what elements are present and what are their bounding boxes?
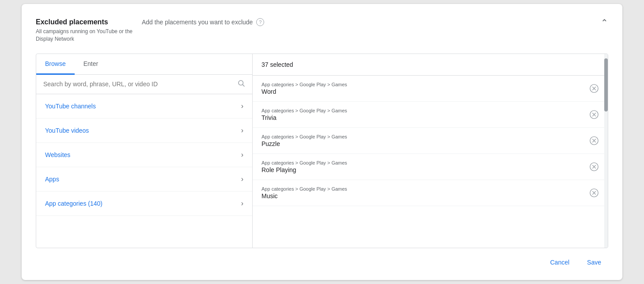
header-left: Excluded placements All campaigns runnin… [36, 18, 133, 43]
chevron-right-icon: › [241, 200, 243, 207]
selected-item: App categories > Google Play > Games Mus… [253, 180, 608, 206]
excluded-placements-card: Excluded placements All campaigns runnin… [22, 4, 622, 280]
item-info: App categories > Google Play > Games Wor… [261, 82, 347, 95]
save-button[interactable]: Save [580, 255, 608, 269]
header-center: Add the placements you want to exclude ? [133, 18, 601, 26]
svg-point-0 [239, 81, 243, 85]
left-panel: Browse Enter YouTube channels › [36, 54, 253, 248]
tabs: Browse Enter [36, 54, 252, 75]
menu-item-apps[interactable]: Apps › [36, 167, 252, 192]
remove-button[interactable] [589, 110, 599, 119]
remove-button[interactable] [589, 188, 599, 198]
search-box [36, 75, 252, 94]
chevron-right-icon: › [241, 102, 243, 110]
scrollbar-track[interactable] [604, 54, 608, 248]
selected-item: App categories > Google Play > Games Tri… [253, 102, 608, 128]
item-info: App categories > Google Play > Games Mus… [261, 186, 347, 200]
search-input[interactable] [43, 81, 234, 88]
menu-item-websites[interactable]: Websites › [36, 143, 252, 167]
remove-button[interactable] [589, 136, 599, 146]
search-icon [237, 79, 245, 89]
card-header: Excluded placements All campaigns runnin… [36, 18, 608, 43]
menu-item-youtube-videos[interactable]: YouTube videos › [36, 119, 252, 143]
selected-list: App categories > Google Play > Games Wor… [253, 76, 608, 248]
collapse-icon[interactable]: ⌃ [601, 18, 608, 27]
cancel-button[interactable]: Cancel [543, 255, 576, 269]
footer: Cancel Save [36, 248, 608, 269]
item-info: App categories > Google Play > Games Tri… [261, 108, 347, 121]
add-placements-label: Add the placements you want to exclude [142, 19, 253, 26]
scrollbar-thumb[interactable] [604, 58, 608, 111]
menu-item-youtube-channels[interactable]: YouTube channels › [36, 94, 252, 119]
chevron-right-icon: › [241, 151, 243, 159]
help-icon[interactable]: ? [256, 18, 264, 26]
chevron-right-icon: › [241, 175, 243, 183]
svg-line-1 [242, 84, 244, 86]
menu-list: YouTube channels › YouTube videos › Webs… [36, 94, 252, 248]
selected-item: App categories > Google Play > Games Puz… [253, 128, 608, 154]
card-title: Excluded placements [36, 18, 133, 26]
menu-item-app-categories[interactable]: App categories (140) › [36, 192, 252, 216]
card-subtitle: All campaigns running on YouTube or the … [36, 28, 133, 43]
selected-item: App categories > Google Play > Games Wor… [253, 76, 608, 102]
item-info: App categories > Google Play > Games Rol… [261, 160, 347, 173]
right-panel: 37 selected App categories > Google Play… [253, 54, 608, 248]
remove-button[interactable] [589, 84, 599, 93]
main-content: Browse Enter YouTube channels › [36, 54, 608, 248]
selected-count: 37 selected [253, 54, 608, 76]
tab-enter[interactable]: Enter [75, 54, 107, 75]
selected-item: App categories > Google Play > Games Rol… [253, 154, 608, 180]
tab-browse[interactable]: Browse [36, 54, 75, 75]
chevron-right-icon: › [241, 127, 243, 134]
item-info: App categories > Google Play > Games Puz… [261, 134, 347, 147]
remove-button[interactable] [589, 162, 599, 172]
